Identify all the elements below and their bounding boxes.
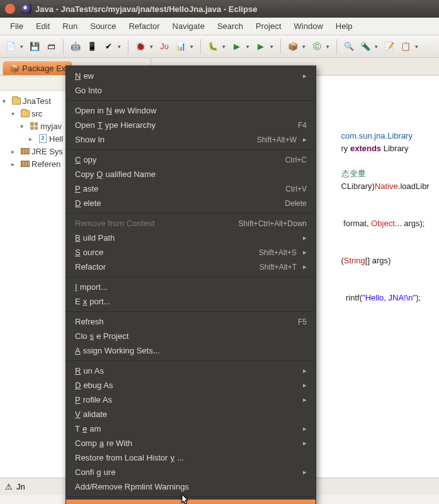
menu-project[interactable]: Project	[249, 19, 287, 33]
menu-search[interactable]: Search	[211, 19, 249, 33]
save-icon[interactable]: 💾	[28, 40, 42, 54]
menu-item-open-in-new-window[interactable]: Open in New Window	[66, 103, 316, 118]
menu-item-go-into[interactable]: Go Into	[66, 83, 316, 98]
menu-item-assign-working-sets[interactable]: Assign Working Sets...	[66, 343, 316, 358]
menu-item-properties[interactable]: PropertiesAlt+Enter	[66, 500, 316, 504]
context-menu: New▸Go IntoOpen in New WindowOpen Type H…	[66, 66, 316, 504]
menu-item-add-remove-rpmlint-warnings[interactable]: Add/Remove Rpmlint Warnings	[66, 479, 316, 494]
tree-label: Referen	[31, 159, 60, 169]
menu-item-import[interactable]: Import...	[66, 280, 316, 294]
window-titlebar: Java - JnaTest/src/myjava/jna/test/Hello…	[0, 0, 439, 18]
menu-file[interactable]: File	[4, 19, 30, 33]
tree-label: src	[31, 109, 42, 118]
tree-label: Hell	[49, 134, 63, 144]
bottom-tab-label[interactable]: Jn	[16, 482, 25, 491]
menu-item-close-project[interactable]: Close Project	[66, 329, 316, 343]
eclipse-icon	[21, 4, 31, 14]
coverage-icon[interactable]: 📊	[174, 40, 188, 54]
new-class-icon[interactable]: Ⓒ	[310, 40, 324, 54]
menu-item-run-as[interactable]: Run As▸	[66, 364, 316, 378]
save-all-icon[interactable]: 🗃	[44, 40, 58, 54]
menu-item-copy[interactable]: CopyCtrl+C	[66, 152, 316, 167]
tree-label: JnaTest	[23, 96, 51, 106]
window-title: Java - JnaTest/src/myjava/jna/test/Hello…	[35, 4, 257, 14]
menu-bar: File Edit Run Source Refactor Navigate S…	[0, 18, 439, 35]
annotate-icon[interactable]: 📝	[382, 40, 396, 54]
menu-item-open-type-hierarchy[interactable]: Open Type HierarchyF4	[66, 118, 316, 132]
lint-icon[interactable]: ✔	[101, 40, 115, 54]
menu-item-export[interactable]: Export...	[66, 294, 316, 309]
menu-navigate[interactable]: Navigate	[166, 19, 211, 33]
close-icon[interactable]	[5, 4, 15, 14]
menu-item-restore-from-local-history[interactable]: Restore from Local History...	[66, 450, 316, 465]
task-icon[interactable]: 📋	[399, 40, 413, 54]
menu-item-paste[interactable]: PasteCtrl+V	[66, 181, 316, 196]
problems-icon[interactable]: ⚠	[5, 482, 13, 491]
debug-run-icon[interactable]: 🐛	[206, 40, 220, 54]
menu-refactor[interactable]: Refactor	[122, 19, 166, 33]
menu-item-new[interactable]: New▸	[66, 69, 316, 83]
android-icon[interactable]: 🤖	[69, 40, 83, 54]
menu-item-build-path[interactable]: Build Path▸	[66, 231, 316, 245]
menu-item-copy-qualified-name[interactable]: Copy Qualified Name	[66, 167, 316, 181]
new-package-icon[interactable]: 📦	[286, 40, 300, 54]
tab-label: Package Ex	[22, 64, 66, 73]
tree-label: JRE Sys	[31, 147, 63, 156]
run-last-icon[interactable]: ▶	[254, 40, 268, 54]
menu-item-refresh[interactable]: RefreshF5	[66, 314, 316, 329]
menu-item-delete[interactable]: DeleteDelete	[66, 196, 316, 210]
menu-item-configure[interactable]: Configure▸	[66, 465, 316, 479]
menu-item-validate[interactable]: Validate	[66, 407, 316, 421]
menu-item-compare-with[interactable]: Compare With▸	[66, 436, 316, 450]
tab-package-explorer[interactable]: 📦 Package Ex	[3, 61, 72, 75]
run-icon[interactable]: ▶	[230, 40, 244, 54]
menu-item-refactor[interactable]: RefactorShift+Alt+T▸	[66, 260, 316, 274]
tree-label: myjav	[40, 122, 62, 131]
avd-icon[interactable]: 📱	[85, 40, 99, 54]
search-icon[interactable]: 🔦	[358, 40, 372, 54]
main-toolbar: 📄▾ 💾 🗃 🤖 📱 ✔▾ 🐞▾ Jυ 📊▾ 🐛▾ ▶▾ ▶▾ 📦▾ Ⓒ▾ 🔍 …	[0, 35, 439, 58]
new-icon[interactable]: 📄	[4, 40, 18, 54]
menu-item-remove-from-context: Remove from ContextShift+Ctrl+Alt+Down	[66, 216, 316, 231]
menu-run[interactable]: Run	[56, 19, 84, 33]
menu-item-source[interactable]: SourceShift+Alt+S▸	[66, 245, 316, 260]
menu-item-profile-as[interactable]: Profile As▸	[66, 392, 316, 407]
open-type-icon[interactable]: 🔍	[342, 40, 356, 54]
menu-item-team[interactable]: Team▸	[66, 421, 316, 436]
menu-help[interactable]: Help	[329, 19, 359, 33]
junit-icon[interactable]: Jυ	[157, 40, 171, 54]
menu-window[interactable]: Window	[288, 19, 329, 33]
menu-edit[interactable]: Edit	[30, 19, 56, 33]
menu-item-debug-as[interactable]: Debug As▸	[66, 378, 316, 392]
menu-item-show-in[interactable]: Show InShift+Alt+W▸	[66, 132, 316, 147]
menu-source[interactable]: Source	[84, 19, 122, 33]
debug-icon[interactable]: 🐞	[134, 40, 147, 54]
package-explorer-icon: 📦	[9, 64, 20, 73]
